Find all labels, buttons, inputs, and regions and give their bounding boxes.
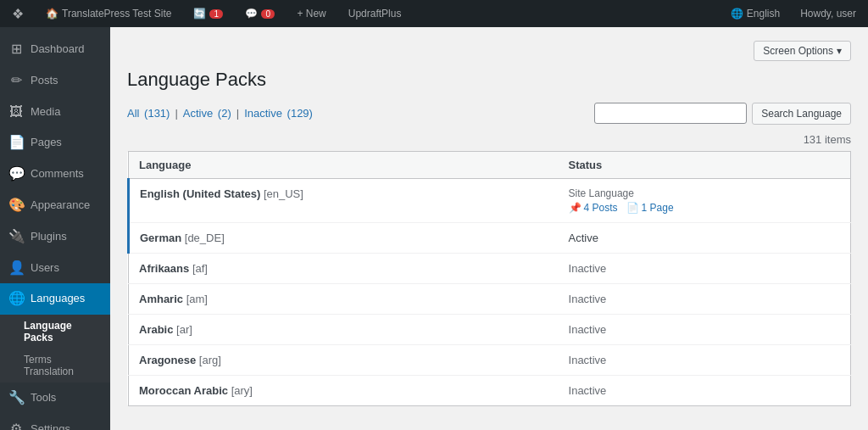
language-packs-label: Language Packs bbox=[24, 320, 72, 343]
comments-button[interactable]: 💬 0 bbox=[240, 0, 280, 27]
pages-link[interactable]: 📄 1 Page bbox=[626, 202, 674, 214]
sidebar-item-tools[interactable]: 🔧 Tools bbox=[0, 383, 110, 414]
new-content-button[interactable]: + New bbox=[292, 0, 331, 27]
status-links: 📌 4 Posts 📄 1 Page bbox=[569, 202, 840, 214]
filter-all-link[interactable]: All (131) bbox=[127, 107, 170, 120]
search-language-button[interactable]: Search Language bbox=[752, 103, 851, 125]
sidebar-item-plugins-label: Plugins bbox=[31, 230, 67, 244]
sidebar-item-dashboard-label: Dashboard bbox=[31, 42, 85, 57]
updates-count: 1 bbox=[209, 9, 223, 19]
language-selector[interactable]: 🌐 English bbox=[726, 0, 785, 27]
language-cell: Moroccan Arabic [ary] bbox=[129, 375, 559, 405]
status-cell: Inactive bbox=[559, 253, 851, 283]
table-row: Aragonese [arg]Inactive bbox=[129, 344, 851, 375]
language-code: [af] bbox=[192, 262, 208, 275]
table-row: Arabic [ar]Inactive bbox=[129, 314, 851, 344]
languages-icon: 🌐 bbox=[8, 290, 24, 308]
updates-icon: 🔄 bbox=[193, 8, 206, 20]
table-row: Afrikaans [af]Inactive bbox=[129, 253, 851, 283]
main-content: Screen Options ▾ Language Packs All (131… bbox=[110, 27, 868, 430]
language-code: [arg] bbox=[199, 354, 221, 366]
comments-sidebar-icon: 💬 bbox=[8, 165, 24, 183]
inactive-status: Inactive bbox=[569, 262, 607, 275]
terms-translation-label: Terms Translation bbox=[24, 354, 74, 377]
sidebar-item-posts[interactable]: ✏ Posts bbox=[0, 65, 110, 97]
comments-count: 0 bbox=[261, 9, 275, 19]
inactive-status: Inactive bbox=[569, 293, 607, 305]
status-cell: Inactive bbox=[559, 283, 851, 314]
language-cell: English (United States) [en_US] bbox=[129, 178, 559, 222]
sidebar-item-users-label: Users bbox=[31, 261, 59, 276]
wp-logo-icon: ❖ bbox=[12, 6, 24, 22]
filter-active-link[interactable]: Active (2) bbox=[183, 107, 231, 120]
screen-options-bar: Screen Options ▾ bbox=[127, 41, 851, 61]
page-icon: 📄 bbox=[626, 202, 639, 214]
sidebar-subitem-terms-translation[interactable]: Terms Translation bbox=[0, 349, 110, 383]
language-code: [de_DE] bbox=[185, 232, 225, 244]
updraftplus-label: UpdraftPlus bbox=[348, 8, 402, 20]
pin-icon: 📌 bbox=[569, 202, 581, 214]
inactive-status: Inactive bbox=[569, 384, 607, 397]
sidebar-item-comments-label: Comments bbox=[31, 167, 84, 181]
sidebar-subitem-language-packs[interactable]: Language Packs bbox=[0, 315, 110, 349]
status-cell: Site Language 📌 4 Posts 📄 1 Page bbox=[559, 178, 851, 222]
language-code: [en_US] bbox=[264, 187, 303, 200]
filter-sep-2: | bbox=[236, 107, 239, 120]
language-icon: 🌐 bbox=[731, 8, 743, 20]
inactive-status: Inactive bbox=[569, 323, 607, 336]
active-status: Active bbox=[569, 232, 598, 244]
sidebar-item-appearance[interactable]: 🎨 Appearance bbox=[0, 190, 110, 221]
col-status-header: Status bbox=[559, 151, 851, 178]
plugins-icon: 🔌 bbox=[8, 228, 24, 246]
col-language-header: Language bbox=[129, 151, 559, 178]
sidebar-item-settings[interactable]: ⚙ Settings bbox=[0, 414, 110, 430]
sidebar-item-settings-label: Settings bbox=[31, 422, 70, 430]
table-row: Moroccan Arabic [ary]Inactive bbox=[129, 375, 851, 405]
posts-link[interactable]: 📌 4 Posts bbox=[569, 202, 618, 214]
user-menu[interactable]: Howdy, user bbox=[795, 0, 861, 27]
language-code: [ary] bbox=[231, 384, 253, 397]
language-name: Afrikaans bbox=[139, 262, 189, 275]
sidebar-item-dashboard[interactable]: ⊞ Dashboard bbox=[0, 34, 110, 65]
filter-sep-1: | bbox=[175, 107, 177, 120]
filter-inactive-link[interactable]: Inactive (129) bbox=[244, 107, 313, 120]
sidebar-item-languages-label: Languages bbox=[31, 292, 85, 306]
sidebar-item-users[interactable]: 👤 Users bbox=[0, 253, 110, 284]
sidebar-item-pages[interactable]: 📄 Pages bbox=[0, 127, 110, 159]
search-language-input[interactable] bbox=[594, 103, 747, 124]
language-cell: Aragonese [arg] bbox=[129, 344, 559, 375]
sidebar-item-languages[interactable]: 🌐 Languages bbox=[0, 283, 110, 315]
site-name-button[interactable]: 🏠 TranslatePress Test Site bbox=[41, 0, 176, 27]
language-name: German bbox=[140, 232, 181, 244]
table-row: German [de_DE]Active bbox=[129, 222, 851, 253]
updates-button[interactable]: 🔄 1 bbox=[188, 0, 228, 27]
language-name: Arabic bbox=[139, 323, 173, 336]
search-area: Search Language bbox=[594, 103, 851, 125]
sidebar-item-comments[interactable]: 💬 Comments bbox=[0, 159, 110, 190]
language-cell: Amharic [am] bbox=[129, 283, 559, 314]
site-language-label: Site Language bbox=[569, 187, 840, 199]
screen-options-button[interactable]: Screen Options ▾ bbox=[754, 41, 851, 61]
posts-icon: ✏ bbox=[8, 72, 24, 90]
status-cell: Inactive bbox=[559, 314, 851, 344]
wp-logo-button[interactable]: ❖ bbox=[7, 0, 29, 27]
updraftplus-button[interactable]: UpdraftPlus bbox=[343, 0, 407, 27]
language-cell: German [de_DE] bbox=[129, 222, 559, 253]
comments-icon: 💬 bbox=[245, 8, 258, 20]
sidebar-item-posts-label: Posts bbox=[31, 74, 58, 88]
status-cell: Inactive bbox=[559, 344, 851, 375]
table-row: English (United States) [en_US] Site Lan… bbox=[129, 178, 851, 222]
sidebar-item-tools-label: Tools bbox=[31, 391, 56, 405]
language-name: Aragonese bbox=[139, 354, 196, 366]
screen-options-label: Screen Options bbox=[763, 45, 833, 57]
language-cell: Afrikaans [af] bbox=[129, 253, 559, 283]
home-icon: 🏠 bbox=[46, 8, 58, 20]
sidebar-item-plugins[interactable]: 🔌 Plugins bbox=[0, 221, 110, 253]
sidebar-item-media[interactable]: 🖼 Media bbox=[0, 97, 110, 128]
page-title: Language Packs bbox=[127, 68, 851, 92]
language-name: Moroccan Arabic bbox=[139, 384, 228, 397]
language-label: English bbox=[747, 8, 780, 20]
status-cell: Inactive bbox=[559, 375, 851, 405]
media-icon: 🖼 bbox=[8, 103, 24, 121]
admin-bar: ❖ 🏠 TranslatePress Test Site 🔄 1 💬 0 + N… bbox=[0, 0, 868, 27]
